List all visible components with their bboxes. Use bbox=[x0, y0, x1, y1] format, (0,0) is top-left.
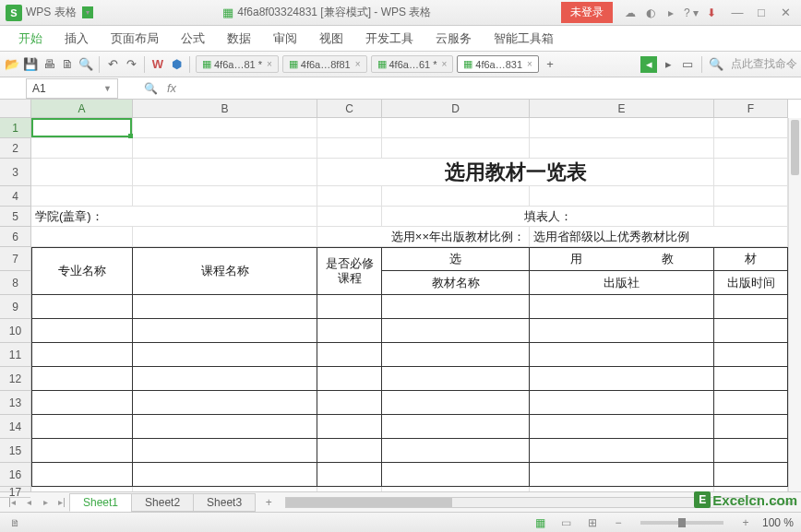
cell[interactable] bbox=[31, 295, 133, 319]
fx-search-icon[interactable]: 🔍 bbox=[144, 82, 158, 95]
cell[interactable] bbox=[31, 415, 133, 439]
search-hint[interactable]: 点此查找命令 bbox=[731, 56, 797, 72]
row-header-1[interactable]: 1 bbox=[0, 118, 30, 138]
menu-data[interactable]: 数据 bbox=[216, 27, 262, 51]
cell[interactable] bbox=[31, 138, 133, 159]
cell[interactable] bbox=[382, 415, 530, 439]
cell[interactable] bbox=[530, 138, 714, 159]
menu-review[interactable]: 审阅 bbox=[262, 27, 308, 51]
cell[interactable] bbox=[31, 463, 133, 487]
cell[interactable] bbox=[714, 343, 788, 367]
cell[interactable] bbox=[530, 415, 714, 439]
close-icon[interactable]: × bbox=[441, 59, 447, 69]
cell[interactable] bbox=[317, 439, 382, 463]
scroll-thumb[interactable] bbox=[286, 498, 452, 507]
cell[interactable] bbox=[382, 367, 530, 391]
nav-next-icon[interactable]: ▸ bbox=[660, 56, 676, 73]
status-doc-icon[interactable]: 🗎 bbox=[10, 517, 20, 528]
cell[interactable]: 选 bbox=[382, 247, 530, 271]
cell[interactable]: 材 bbox=[714, 247, 788, 271]
row-header-16[interactable]: 16 bbox=[0, 463, 30, 487]
col-header-C[interactable]: C bbox=[317, 100, 382, 117]
cell[interactable] bbox=[530, 295, 714, 319]
zoom-value[interactable]: 100 % bbox=[762, 516, 794, 529]
sheet-tab-1[interactable]: Sheet1 bbox=[69, 493, 132, 512]
cell[interactable] bbox=[714, 159, 788, 186]
name-box-dropdown-icon[interactable]: ▼ bbox=[103, 84, 112, 93]
cell[interactable]: 选用省部级以上优秀教材比例 bbox=[530, 227, 788, 247]
cell[interactable] bbox=[133, 138, 317, 159]
doc-tab-4[interactable]: ▦4f6a…831× bbox=[457, 55, 539, 73]
cell[interactable] bbox=[31, 439, 133, 463]
cell[interactable] bbox=[133, 487, 317, 491]
cell[interactable] bbox=[317, 391, 382, 415]
vertical-scrollbar[interactable] bbox=[788, 118, 801, 491]
cell[interactable] bbox=[133, 295, 317, 319]
nav-prev-icon[interactable]: ◂ bbox=[640, 56, 657, 73]
menu-formula[interactable]: 公式 bbox=[170, 27, 216, 51]
cell[interactable] bbox=[382, 138, 530, 159]
cell[interactable]: 出版社 bbox=[530, 271, 714, 295]
sheet-tab-3[interactable]: Sheet3 bbox=[193, 493, 256, 512]
view-page-icon[interactable]: ▭ bbox=[557, 515, 576, 530]
cell[interactable] bbox=[133, 415, 317, 439]
cell[interactable] bbox=[382, 295, 530, 319]
split2-icon[interactable]: ▫▫▫ bbox=[783, 497, 795, 508]
cell[interactable] bbox=[714, 391, 788, 415]
cell[interactable] bbox=[382, 319, 530, 343]
menu-insert[interactable]: 插入 bbox=[54, 27, 100, 51]
scroll-thumb[interactable] bbox=[791, 120, 799, 175]
cell[interactable] bbox=[382, 487, 530, 491]
undo-icon[interactable]: ↶ bbox=[104, 56, 121, 73]
cell[interactable] bbox=[714, 186, 788, 207]
redo-icon[interactable]: ↷ bbox=[123, 56, 139, 73]
col-header-E[interactable]: E bbox=[530, 100, 714, 117]
cell[interactable] bbox=[133, 367, 317, 391]
maximize-button[interactable]: □ bbox=[751, 5, 771, 21]
cell[interactable] bbox=[31, 367, 133, 391]
sheet-tab-2[interactable]: Sheet2 bbox=[131, 493, 194, 512]
cell[interactable] bbox=[317, 319, 382, 343]
cell[interactable] bbox=[530, 118, 714, 138]
app-menu-dropdown[interactable]: ▾ bbox=[82, 6, 93, 18]
row-header-8[interactable]: 8 bbox=[0, 271, 30, 295]
cell[interactable]: 课程名称 bbox=[133, 247, 317, 295]
search-icon[interactable]: 🔍 bbox=[708, 56, 724, 73]
close-icon[interactable]: × bbox=[267, 59, 272, 69]
row-header-7[interactable]: 7 bbox=[0, 247, 30, 271]
cell[interactable] bbox=[714, 207, 788, 227]
cell[interactable] bbox=[133, 319, 317, 343]
zoom-thumb[interactable] bbox=[678, 518, 686, 527]
row-header-5[interactable]: 5 bbox=[0, 207, 30, 227]
cell[interactable]: 选用教材一览表 bbox=[317, 159, 714, 186]
col-header-B[interactable]: B bbox=[133, 100, 317, 117]
doc-tab-3[interactable]: ▦4f6a…61 *× bbox=[371, 55, 454, 73]
row-header-4[interactable]: 4 bbox=[0, 186, 30, 207]
select-all-corner[interactable] bbox=[0, 100, 31, 118]
menu-cloud[interactable]: 云服务 bbox=[424, 27, 483, 51]
zoom-out-icon[interactable]: − bbox=[609, 515, 628, 530]
cell[interactable] bbox=[530, 391, 714, 415]
menu-page-layout[interactable]: 页面布局 bbox=[100, 27, 170, 51]
col-header-F[interactable]: F bbox=[714, 100, 788, 117]
cell[interactable] bbox=[133, 439, 317, 463]
cell[interactable] bbox=[382, 343, 530, 367]
view-normal-icon[interactable]: ▦ bbox=[532, 515, 550, 530]
menu-start[interactable]: 开始 bbox=[7, 27, 54, 51]
cell[interactable] bbox=[133, 343, 317, 367]
zoom-slider[interactable] bbox=[640, 521, 723, 525]
row-header-10[interactable]: 10 bbox=[0, 319, 30, 343]
cell[interactable] bbox=[714, 319, 788, 343]
cell[interactable] bbox=[714, 295, 788, 319]
row-header-2[interactable]: 2 bbox=[0, 138, 30, 159]
sheet-nav-last[interactable]: ▸| bbox=[54, 495, 70, 510]
zoom-in-icon[interactable]: + bbox=[736, 515, 755, 530]
cell[interactable] bbox=[530, 319, 714, 343]
cell[interactable]: 学院(盖章)： bbox=[31, 207, 317, 227]
close-button[interactable]: ✕ bbox=[775, 5, 795, 21]
name-box[interactable]: A1 ▼ bbox=[26, 78, 118, 99]
cell[interactable] bbox=[530, 439, 714, 463]
row-header-14[interactable]: 14 bbox=[0, 415, 30, 439]
menu-dev-tools[interactable]: 开发工具 bbox=[354, 27, 424, 51]
cell[interactable] bbox=[133, 159, 317, 186]
